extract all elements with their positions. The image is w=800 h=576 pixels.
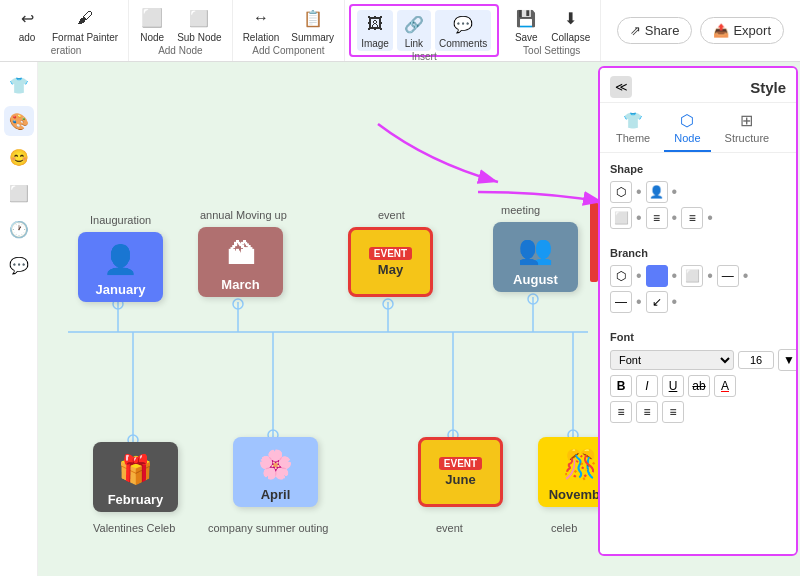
image-button[interactable]: 🖼 Image — [357, 10, 393, 51]
undo-label: ado — [19, 32, 36, 43]
comments-button[interactable]: 💬 Comments — [435, 10, 491, 51]
june-event-tag: EVENT — [439, 457, 482, 470]
shape-btn-3[interactable]: ⬜ — [610, 207, 632, 229]
tab-structure[interactable]: ⊞ Structure — [715, 107, 780, 152]
italic-button[interactable]: I — [636, 375, 658, 397]
node-june[interactable]: EVENT June — [418, 437, 503, 507]
april-label: April — [261, 487, 291, 502]
export-icon: 📤 — [713, 23, 729, 38]
style-tabs: 👕 Theme ⬡ Node ⊞ Structure — [600, 103, 796, 153]
february-label: February — [108, 492, 164, 507]
underline-button[interactable]: U — [662, 375, 684, 397]
may-label: May — [378, 262, 403, 277]
theme-icon[interactable]: 👕 — [4, 70, 34, 100]
shape-btn-4[interactable]: ≡ — [646, 207, 668, 229]
collapse-icon: ⬇ — [558, 6, 584, 30]
label-meeting: meeting — [501, 204, 540, 216]
shape-dot-5: • — [707, 209, 713, 227]
collapse-button[interactable]: ⬇ Collapse — [547, 4, 594, 45]
comments-label: Comments — [439, 38, 487, 49]
node-icon: ⬜ — [139, 6, 165, 30]
align-center-button[interactable]: ≡ — [636, 401, 658, 423]
comments-icon: 💬 — [450, 12, 476, 36]
svg-point-10 — [233, 299, 243, 309]
svg-point-12 — [528, 294, 538, 304]
structure-tab-icon: ⊞ — [740, 111, 753, 130]
feedback-icon[interactable]: 💬 — [4, 250, 34, 280]
font-section: Font Font Arial Times New Roman ▼ B I U … — [600, 321, 796, 427]
shape-btn-2[interactable]: 👤 — [646, 181, 668, 203]
relation-icon: ↔ — [248, 6, 274, 30]
tab-node[interactable]: ⬡ Node — [664, 107, 710, 152]
tab-theme[interactable]: 👕 Theme — [606, 107, 660, 152]
history-icon[interactable]: 🕐 — [4, 214, 34, 244]
toolbar-group-tool-settings: 💾 Save ⬇ Collapse Tool Settings — [503, 0, 601, 61]
branch-section: Branch ⬡ • • ⬜ • — • — • ↙ • — [600, 237, 796, 321]
branch-dot-6: • — [672, 293, 678, 311]
structure-tab-label: Structure — [725, 132, 770, 144]
share-button[interactable]: ⇗ Share — [617, 17, 693, 44]
relation-button[interactable]: ↔ Relation — [239, 4, 284, 45]
strikethrough-label: ab — [692, 379, 705, 393]
font-size-input[interactable] — [738, 351, 774, 369]
january-label: January — [96, 282, 146, 297]
link-button[interactable]: 🔗 Link — [397, 10, 431, 51]
label-annual: annual Moving up — [200, 209, 287, 221]
font-color-button[interactable]: A — [714, 375, 736, 397]
branch-color-btn[interactable] — [646, 265, 668, 287]
align-right-button[interactable]: ≡ — [662, 401, 684, 423]
link-icon: 🔗 — [401, 12, 427, 36]
format-painter-icon: 🖌 — [72, 6, 98, 30]
node-january[interactable]: 👤 January — [78, 232, 163, 302]
font-color-label: A — [721, 379, 729, 393]
summary-icon: 📋 — [300, 6, 326, 30]
june-label: June — [445, 472, 475, 487]
align-left-button[interactable]: ≡ — [610, 401, 632, 423]
group-label-tool-settings: Tool Settings — [523, 45, 580, 56]
save-label: Save — [515, 32, 538, 43]
node-april[interactable]: 🌸 April — [233, 437, 318, 507]
shape-btn-5[interactable]: ≡ — [681, 207, 703, 229]
save-button[interactable]: 💾 Save — [509, 4, 543, 45]
shape-dot-1: • — [636, 183, 642, 201]
underline-label: U — [669, 379, 678, 393]
share-icon: ⇗ — [630, 23, 641, 38]
red-bar — [590, 202, 598, 282]
node-may[interactable]: EVENT May — [348, 227, 433, 297]
outline-icon[interactable]: ⬜ — [4, 178, 34, 208]
shape-btn-1[interactable]: ⬡ — [610, 181, 632, 203]
node-february[interactable]: 🎁 February — [93, 442, 178, 512]
label-valentines: Valentines Celeb — [93, 522, 175, 534]
relation-label: Relation — [243, 32, 280, 43]
style-icon[interactable]: 🎨 — [4, 106, 34, 136]
undo-button[interactable]: ↩ ado — [10, 4, 44, 45]
branch-btn-1[interactable]: ⬡ — [610, 265, 632, 287]
node-august[interactable]: 👥 August — [493, 222, 578, 292]
collapse-panel-button[interactable]: ≪ — [610, 76, 632, 98]
sub-node-button[interactable]: ⬜ Sub Node — [173, 4, 225, 45]
shape-label: Shape — [610, 163, 786, 175]
export-button[interactable]: 📤 Export — [700, 17, 784, 44]
icon-icon[interactable]: 😊 — [4, 142, 34, 172]
style-panel-title: Style — [750, 79, 786, 96]
bold-button[interactable]: B — [610, 375, 632, 397]
branch-btn-5[interactable]: — — [610, 291, 632, 313]
undo-icon: ↩ — [14, 6, 40, 30]
branch-btn-3[interactable]: ⬜ — [681, 265, 703, 287]
branch-btn-6[interactable]: ↙ — [646, 291, 668, 313]
format-painter-button[interactable]: 🖌 Format Painter — [48, 4, 122, 45]
strikethrough-button[interactable]: ab — [688, 375, 710, 397]
branch-btn-4[interactable]: — — [717, 265, 739, 287]
font-family-select[interactable]: Font Arial Times New Roman — [610, 350, 734, 370]
top-right-actions: ⇗ Share 📤 Export — [617, 0, 796, 61]
node-march[interactable]: 🏔 March — [198, 227, 283, 297]
group-label-insert: Insert — [412, 51, 437, 62]
italic-label: I — [645, 379, 648, 393]
node-label: Node — [140, 32, 164, 43]
font-size-down-button[interactable]: ▼ — [778, 349, 798, 371]
label-event-may: event — [378, 209, 405, 221]
shape-dot-4: • — [672, 209, 678, 227]
node-button[interactable]: ⬜ Node — [135, 4, 169, 45]
summary-button[interactable]: 📋 Summary — [287, 4, 338, 45]
font-select-row: Font Arial Times New Roman ▼ — [610, 349, 786, 371]
